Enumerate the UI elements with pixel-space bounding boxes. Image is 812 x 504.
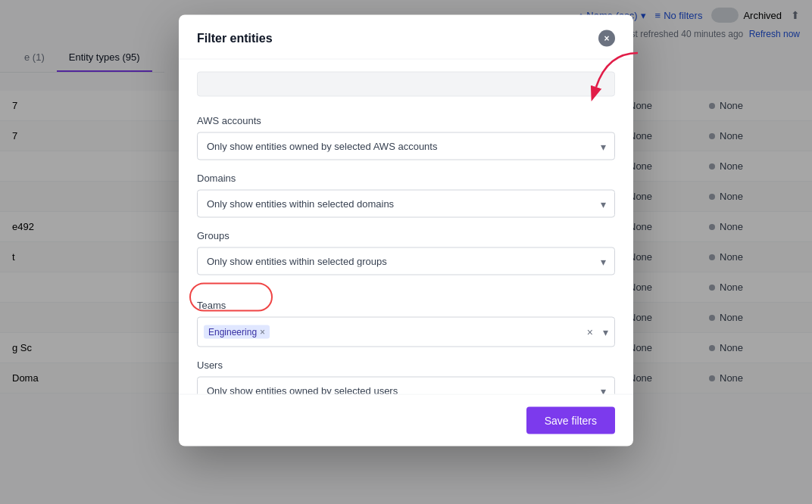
modal-body: AWS accounts Only show entities owned by…: [179, 60, 633, 394]
domains-label: Domains: [197, 173, 615, 184]
domains-section: Domains Only show entities within select…: [197, 173, 615, 218]
modal-close-button[interactable]: ×: [598, 30, 615, 47]
teams-tag-remove-button[interactable]: ×: [260, 328, 265, 337]
search-bar-container: [197, 60, 615, 103]
domains-select-wrapper: Only show entities within selected domai…: [197, 190, 615, 218]
save-filters-button[interactable]: Save filters: [526, 407, 615, 434]
teams-search-input[interactable]: [273, 326, 587, 338]
modal-title: Filter entities: [197, 32, 273, 45]
teams-clear-button[interactable]: ×: [587, 326, 593, 338]
users-section: Users Only show entities owned by select…: [197, 359, 615, 394]
entity-search-input[interactable]: [197, 72, 615, 97]
teams-tag-engineering: Engineering ×: [204, 325, 270, 339]
teams-section: Teams Engineering × × ▾: [197, 288, 615, 347]
users-select[interactable]: Only show entities owned by selected use…: [197, 377, 615, 394]
users-select-wrapper: Only show entities owned by selected use…: [197, 377, 615, 394]
groups-select-wrapper: Only show entities within selected group…: [197, 247, 615, 275]
users-label: Users: [197, 359, 615, 371]
teams-chevron-icon[interactable]: ▾: [603, 326, 608, 338]
aws-accounts-label: AWS accounts: [197, 115, 615, 126]
aws-accounts-section: AWS accounts Only show entities owned by…: [197, 115, 615, 160]
modal-header: Filter entities ×: [179, 15, 633, 60]
groups-section: Groups Only show entities within selecte…: [197, 230, 615, 275]
filter-entities-modal: Filter entities × AWS accounts Only show…: [179, 15, 633, 446]
aws-accounts-select-wrapper: Only show entities owned by selected AWS…: [197, 132, 615, 160]
groups-select[interactable]: Only show entities within selected group…: [197, 247, 615, 275]
aws-accounts-select[interactable]: Only show entities owned by selected AWS…: [197, 132, 615, 160]
groups-label: Groups: [197, 230, 615, 241]
teams-input-wrapper[interactable]: Engineering × × ▾: [197, 317, 615, 347]
teams-tag-label: Engineering: [208, 327, 257, 338]
teams-label: Teams: [197, 300, 226, 311]
modal-footer: Save filters: [179, 394, 633, 446]
domains-select[interactable]: Only show entities within selected domai…: [197, 190, 615, 218]
teams-label-wrapper: Teams: [197, 288, 226, 317]
